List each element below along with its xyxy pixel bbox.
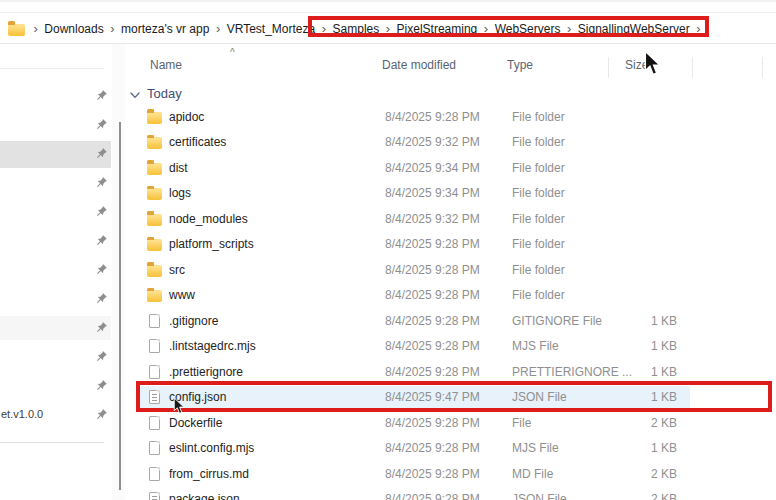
chevron-right-icon[interactable]: › bbox=[110, 22, 114, 35]
sort-ascending-icon[interactable]: ^ bbox=[230, 47, 235, 58]
file-name: package.json bbox=[169, 492, 240, 500]
pin-icon[interactable] bbox=[95, 234, 108, 247]
file-row[interactable]: node_modules8/4/2025 9:32 PMFile folder bbox=[125, 206, 776, 232]
breadcrumb: ›Downloads›morteza's vr app›VRTest_Morte… bbox=[0, 14, 776, 44]
folder-icon bbox=[147, 239, 162, 251]
file-type: File folder bbox=[512, 237, 565, 251]
pin-icon[interactable] bbox=[95, 205, 108, 218]
file-date-modified: 8/4/2025 9:28 PM bbox=[385, 339, 480, 353]
pin-icon[interactable] bbox=[95, 321, 108, 334]
file-type: JSON File bbox=[512, 390, 567, 404]
breadcrumb-item-signallingwebserver[interactable]: SignallingWebServer bbox=[578, 22, 690, 36]
file-type: GITIGNORE File bbox=[512, 314, 602, 328]
chevron-right-icon[interactable]: › bbox=[34, 22, 38, 35]
file-size: 2 KB bbox=[593, 416, 677, 430]
pin-icon[interactable] bbox=[95, 350, 108, 363]
date-group-header[interactable]: Today bbox=[125, 82, 182, 104]
chevron-right-icon[interactable]: › bbox=[386, 22, 390, 35]
file-date-modified: 8/4/2025 9:32 PM bbox=[385, 212, 480, 226]
file-name: config.json bbox=[169, 390, 226, 404]
chevron-right-icon[interactable]: › bbox=[567, 22, 571, 35]
file-type: MJS File bbox=[512, 441, 559, 455]
column-header-date-modified[interactable]: Date modified bbox=[382, 58, 456, 72]
sidebar-divider bbox=[0, 442, 104, 443]
pin-icon[interactable] bbox=[95, 263, 108, 276]
pin-icon[interactable] bbox=[95, 118, 108, 131]
file-size: 1 KB bbox=[593, 339, 677, 353]
pin-icon[interactable] bbox=[95, 176, 108, 189]
chevron-right-icon[interactable]: › bbox=[484, 22, 488, 35]
navigation-pane: et.v1.0.0 bbox=[0, 44, 111, 500]
chevron-right-icon[interactable]: › bbox=[216, 22, 220, 35]
folder-icon bbox=[147, 290, 162, 302]
pin-icon[interactable] bbox=[95, 147, 108, 160]
pin-icon[interactable] bbox=[95, 408, 108, 421]
column-separator[interactable] bbox=[762, 57, 763, 78]
breadcrumb-folder-icon[interactable] bbox=[8, 24, 25, 36]
file-row[interactable]: .lintstagedrc.mjs8/4/2025 9:28 PMMJS Fil… bbox=[125, 334, 776, 360]
breadcrumb-item-morteza-s-vr-app[interactable]: morteza's vr app bbox=[121, 22, 209, 36]
file-row[interactable]: from_cirrus.md8/4/2025 9:28 PMMD File2 K… bbox=[125, 461, 776, 487]
file-date-modified: 8/4/2025 9:28 PM bbox=[385, 314, 480, 328]
column-header-type[interactable]: Type bbox=[507, 58, 533, 72]
file-date-modified: 8/4/2025 9:28 PM bbox=[385, 365, 480, 379]
file-lines-icon bbox=[149, 390, 160, 404]
column-header-name[interactable]: Name bbox=[150, 58, 182, 72]
file-row[interactable]: package.json8/4/2025 9:28 PMJSON File2 K… bbox=[125, 487, 776, 500]
file-type: File folder bbox=[512, 212, 565, 226]
file-row[interactable]: logs8/4/2025 9:34 PMFile folder bbox=[125, 181, 776, 207]
file-name: Dockerfile bbox=[169, 416, 222, 430]
file-name: .lintstagedrc.mjs bbox=[169, 339, 256, 353]
column-separator[interactable] bbox=[608, 57, 609, 78]
file-name: platform_scripts bbox=[169, 237, 254, 251]
file-row[interactable]: .prettierignore8/4/2025 9:28 PMPRETTIERI… bbox=[125, 359, 776, 385]
file-icon bbox=[149, 365, 160, 379]
toolbar-bottom-strip bbox=[0, 0, 776, 13]
file-row[interactable]: platform_scripts8/4/2025 9:28 PMFile fol… bbox=[125, 232, 776, 258]
file-icon bbox=[149, 467, 160, 481]
file-name: eslint.config.mjs bbox=[169, 441, 254, 455]
file-row[interactable]: .gitignore8/4/2025 9:28 PMGITIGNORE File… bbox=[125, 308, 776, 334]
chevron-right-icon[interactable]: › bbox=[696, 22, 700, 35]
file-row[interactable]: config.json8/4/2025 9:47 PMJSON File1 KB bbox=[125, 385, 776, 411]
file-date-modified: 8/4/2025 9:32 PM bbox=[385, 135, 480, 149]
chevron-right-icon[interactable]: › bbox=[322, 22, 326, 35]
file-size: 1 KB bbox=[593, 314, 677, 328]
file-row[interactable]: eslint.config.mjs8/4/2025 9:28 PMMJS Fil… bbox=[125, 436, 776, 462]
file-name: www bbox=[169, 288, 195, 302]
column-separator[interactable] bbox=[692, 57, 693, 78]
red-annotation-box-breadcrumb: ›Samples›PixelStreaming›WebServers›Signa… bbox=[315, 22, 707, 36]
file-date-modified: 8/4/2025 9:28 PM bbox=[385, 416, 480, 430]
pin-icon[interactable] bbox=[95, 292, 108, 305]
file-type: File folder bbox=[512, 288, 565, 302]
file-icon bbox=[149, 416, 160, 430]
breadcrumb-item-samples[interactable]: Samples bbox=[333, 22, 380, 36]
breadcrumb-item-downloads[interactable]: Downloads bbox=[44, 22, 103, 36]
file-row[interactable]: certificates8/4/2025 9:32 PMFile folder bbox=[125, 130, 776, 156]
file-row[interactable]: src8/4/2025 9:28 PMFile folder bbox=[125, 257, 776, 283]
file-type: JSON File bbox=[512, 492, 567, 500]
file-icon bbox=[149, 339, 160, 353]
file-row[interactable]: apidoc8/4/2025 9:28 PMFile folder bbox=[125, 104, 776, 130]
breadcrumb-item-webservers[interactable]: WebServers bbox=[495, 22, 561, 36]
folder-icon bbox=[147, 137, 162, 149]
column-header-size[interactable]: Size bbox=[625, 58, 648, 72]
pin-icon[interactable] bbox=[95, 379, 108, 392]
file-icon bbox=[149, 441, 160, 455]
breadcrumb-item-vrtest-morteza[interactable]: VRTest_Morteza bbox=[227, 22, 315, 36]
pin-icon[interactable] bbox=[95, 89, 108, 102]
breadcrumb-item-pixelstreaming[interactable]: PixelStreaming bbox=[397, 22, 478, 36]
sidebar-scrollbar-thumb[interactable] bbox=[119, 122, 121, 490]
chevron-down-icon[interactable] bbox=[130, 87, 140, 102]
breadcrumb-items: ›Downloads›morteza's vr app›VRTest_Morte… bbox=[27, 22, 707, 36]
file-row[interactable]: Dockerfile8/4/2025 9:28 PMFile2 KB bbox=[125, 410, 776, 436]
file-type: MD File bbox=[512, 467, 553, 481]
file-lines-icon bbox=[149, 492, 160, 500]
file-date-modified: 8/4/2025 9:28 PM bbox=[385, 441, 480, 455]
file-name: from_cirrus.md bbox=[169, 467, 249, 481]
file-row[interactable]: www8/4/2025 9:28 PMFile folder bbox=[125, 283, 776, 309]
file-row[interactable]: dist8/4/2025 9:34 PMFile folder bbox=[125, 155, 776, 181]
file-date-modified: 8/4/2025 9:28 PM bbox=[385, 110, 480, 124]
file-type: MJS File bbox=[512, 339, 559, 353]
folder-icon bbox=[147, 112, 162, 124]
